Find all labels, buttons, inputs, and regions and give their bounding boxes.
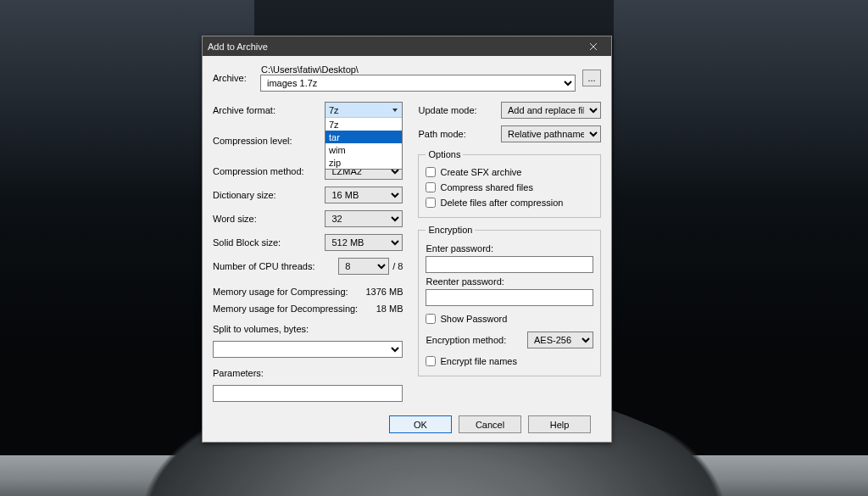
help-button[interactable]: Help — [528, 415, 591, 433]
encryption-legend: Encryption — [426, 225, 475, 235]
word-size-label: Word size: — [213, 214, 257, 224]
options-group: Options Create SFX archive Compress shar… — [418, 149, 601, 218]
word-size-row: Word size: 32 — [213, 210, 403, 227]
mem-compress-row: Memory usage for Compressing: 1376 MB — [213, 287, 403, 297]
create-sfx-checkbox[interactable]: Create SFX archive — [426, 164, 593, 180]
dictionary-size-select[interactable]: 16 MB — [325, 187, 403, 203]
parameters-input[interactable] — [213, 385, 403, 402]
mem-decompress-value: 18 MB — [376, 304, 403, 314]
dialog-buttons: OK Cancel Help — [213, 407, 601, 433]
cpu-threads-select[interactable]: 8 — [338, 258, 389, 275]
reenter-password-label: Reenter password: — [426, 276, 593, 287]
reenter-password-input[interactable] — [426, 289, 593, 306]
options-legend: Options — [426, 149, 463, 159]
path-mode-row: Path mode: Relative pathnames — [418, 125, 601, 142]
window-title: Add to Archive — [208, 42, 268, 52]
archive-format-label: Archive format: — [213, 105, 275, 115]
update-mode-row: Update mode: Add and replace files — [418, 102, 601, 119]
enter-password-label: Enter password: — [426, 243, 593, 254]
cpu-threads-total: / 8 — [392, 261, 403, 271]
compress-shared-checkbox[interactable]: Compress shared files — [426, 180, 593, 195]
mem-compress-value: 1376 MB — [365, 287, 403, 297]
compress-shared-input[interactable] — [426, 182, 436, 192]
encrypt-filenames-checkbox[interactable]: Encrypt file names — [426, 354, 593, 369]
update-mode-select[interactable]: Add and replace files — [501, 102, 601, 119]
path-mode-label: Path mode: — [418, 129, 465, 139]
cpu-threads-row: Number of CPU threads: 8 / 8 — [213, 258, 403, 275]
archive-format-dropdown-open[interactable]: 7z 7z tar wim zip — [325, 102, 403, 170]
delete-after-input[interactable] — [426, 198, 436, 208]
archive-path-display: C:\Users\fatiw\Desktop\ — [261, 64, 576, 75]
format-option-zip[interactable]: zip — [326, 156, 402, 169]
delete-after-checkbox[interactable]: Delete files after compression — [426, 195, 593, 210]
solid-block-size-select[interactable]: 512 MB — [325, 234, 403, 251]
parameters-label: Parameters: — [213, 368, 403, 378]
dictionary-size-row: Dictionary size: 16 MB — [213, 187, 403, 203]
mem-compress-label: Memory usage for Compressing: — [213, 287, 348, 297]
enter-password-input[interactable] — [426, 256, 593, 273]
solid-block-size-label: Solid Block size: — [213, 237, 281, 248]
mem-decompress-label: Memory usage for Decompressing: — [213, 304, 358, 314]
update-mode-label: Update mode: — [418, 105, 476, 115]
show-password-input[interactable] — [426, 314, 436, 324]
encryption-method-select[interactable]: AES-256 — [527, 332, 593, 348]
cancel-button[interactable]: Cancel — [459, 415, 521, 433]
split-volumes-combo[interactable] — [213, 341, 403, 358]
ok-button[interactable]: OK — [389, 415, 452, 433]
close-button[interactable] — [581, 38, 606, 55]
add-to-archive-dialog: Add to Archive Archive: C:\Users\fatiw\D… — [202, 36, 612, 443]
titlebar: Add to Archive — [203, 36, 611, 56]
create-sfx-input[interactable] — [426, 167, 436, 177]
solid-block-size-row: Solid Block size: 512 MB — [213, 234, 403, 251]
encryption-method-row: Encryption method: AES-256 — [426, 332, 593, 348]
format-option-tar[interactable]: tar — [326, 131, 402, 143]
archive-format-selected[interactable]: 7z — [326, 103, 402, 118]
dictionary-size-label: Dictionary size: — [213, 190, 276, 200]
compression-method-label: Compression method: — [213, 166, 304, 176]
format-option-7z[interactable]: 7z — [326, 118, 402, 131]
split-volumes-label: Split to volumes, bytes: — [213, 324, 403, 334]
word-size-select[interactable]: 32 — [325, 210, 403, 227]
archive-filename-combo[interactable]: images 1.7z — [260, 75, 576, 92]
cpu-threads-label: Number of CPU threads: — [213, 261, 314, 271]
compression-level-label: Compression level: — [213, 136, 292, 146]
format-option-wim[interactable]: wim — [326, 143, 402, 156]
path-mode-select[interactable]: Relative pathnames — [501, 125, 601, 142]
show-password-checkbox[interactable]: Show Password — [426, 311, 593, 326]
mem-decompress-row: Memory usage for Decompressing: 18 MB — [213, 304, 403, 314]
encrypt-filenames-input[interactable] — [426, 356, 436, 366]
encryption-group: Encryption Enter password: Reenter passw… — [418, 225, 601, 376]
browse-button[interactable]: ... — [582, 70, 601, 86]
archive-label: Archive: — [213, 73, 253, 83]
encryption-method-label: Encryption method: — [426, 335, 506, 345]
